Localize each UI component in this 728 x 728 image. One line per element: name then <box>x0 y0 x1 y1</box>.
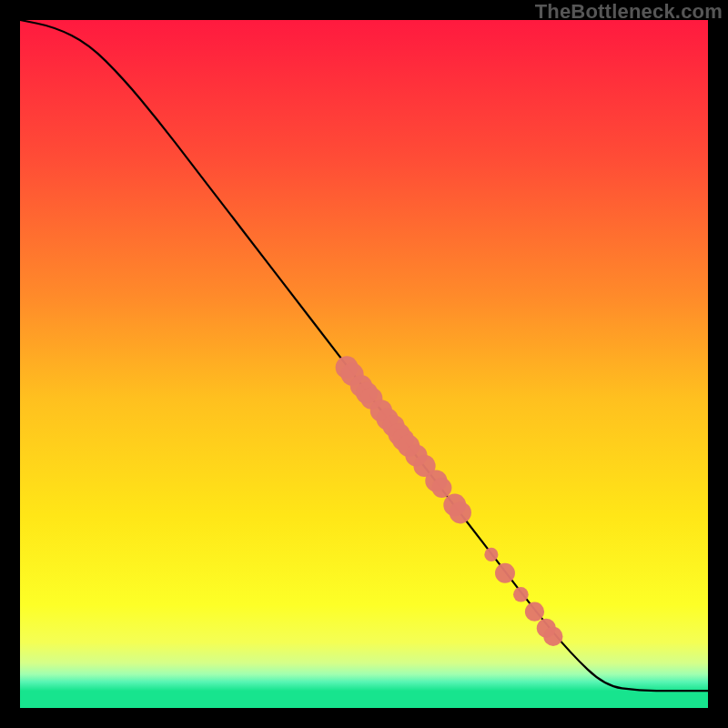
scatter-point <box>513 587 529 602</box>
scatter-point <box>525 602 544 622</box>
chart-stage: TheBottleneck.com <box>0 0 728 728</box>
bottleneck-chart <box>20 20 708 708</box>
scatter-point <box>495 563 515 583</box>
scatter-point <box>543 627 562 646</box>
scatter-point <box>431 478 451 498</box>
chart-background <box>20 20 708 708</box>
scatter-point <box>484 548 498 561</box>
scatter-point <box>450 501 471 523</box>
